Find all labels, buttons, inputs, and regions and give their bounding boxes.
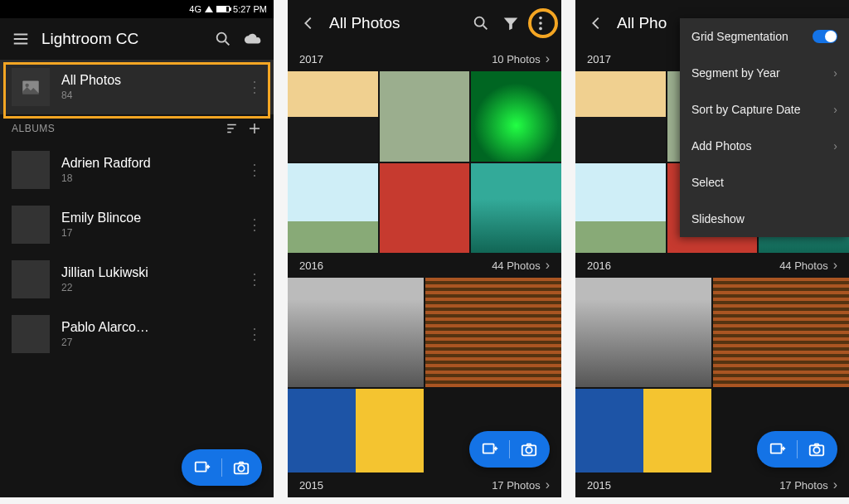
fab[interactable] xyxy=(182,449,262,486)
camera-icon[interactable] xyxy=(232,458,250,477)
add-photo-icon[interactable] xyxy=(769,440,787,458)
all-photos-row[interactable]: All Photos 84 ⋮ xyxy=(0,60,274,114)
menu-label: Slideshow xyxy=(691,212,837,225)
year-label: 2016 xyxy=(587,259,779,272)
fab[interactable] xyxy=(757,431,837,468)
chevron-right-icon: › xyxy=(833,258,837,273)
menu-sort-by-capture-date[interactable]: Sort by Capture Date › xyxy=(680,91,849,128)
signal-icon xyxy=(205,6,213,12)
year-label: 2015 xyxy=(587,479,779,492)
row-overflow-icon[interactable]: ⋮ xyxy=(247,325,262,343)
menu-label: Segment by Year xyxy=(691,66,833,80)
photo-thumb[interactable] xyxy=(288,278,424,386)
year-segment-header[interactable]: 2016 44 Photos › xyxy=(288,253,561,278)
photo-thumb[interactable] xyxy=(575,163,666,254)
year-segment-header[interactable]: 2015 17 Photos › xyxy=(575,472,849,497)
album-count: 27 xyxy=(61,337,235,348)
album-count: 17 xyxy=(61,227,235,239)
back-icon[interactable] xyxy=(587,14,605,32)
photo-thumb[interactable] xyxy=(713,278,849,386)
year-segment-header[interactable]: 2015 17 Photos › xyxy=(288,472,561,497)
album-row[interactable]: Emily Blincoe17 ⋮ xyxy=(0,197,274,252)
carrier-label: 4G xyxy=(189,4,201,14)
fab-divider xyxy=(797,440,798,458)
menu-label: Select xyxy=(691,176,837,189)
toggle-on-icon[interactable] xyxy=(813,30,837,43)
menu-label: Grid Segmentation xyxy=(691,30,813,43)
screen-gallery-menu: All Pho 2017 2016 44 Photos › 2015 17 Ph… xyxy=(575,0,849,497)
segment-count: 44 Photos xyxy=(492,259,541,272)
fab-divider xyxy=(221,458,222,477)
album-thumb xyxy=(12,260,50,298)
photo-thumb[interactable] xyxy=(288,71,378,162)
album-count: 18 xyxy=(61,172,235,184)
segment-count: 17 Photos xyxy=(492,479,541,492)
album-name: Jillian Lukiwski xyxy=(61,265,235,280)
menu-label: Add Photos xyxy=(691,139,833,153)
menu-label: Sort by Capture Date xyxy=(691,103,833,116)
camera-icon[interactable] xyxy=(520,440,538,458)
album-row[interactable]: Jillian Lukiwski22 ⋮ xyxy=(0,252,274,307)
photo-thumb[interactable] xyxy=(471,163,561,254)
photo-thumb[interactable] xyxy=(471,71,561,162)
cloud-icon[interactable] xyxy=(244,30,262,48)
year-segment-header[interactable]: 2016 44 Photos › xyxy=(575,253,849,278)
all-photos-thumb xyxy=(12,68,50,106)
gallery-title: All Photos xyxy=(329,14,460,32)
add-album-icon[interactable] xyxy=(247,121,262,136)
add-photo-icon[interactable] xyxy=(193,458,211,477)
camera-icon[interactable] xyxy=(808,440,826,458)
segment-count: 44 Photos xyxy=(779,259,828,272)
album-count: 22 xyxy=(61,282,235,293)
album-thumb xyxy=(12,151,50,189)
album-thumb xyxy=(12,206,50,244)
photo-thumb[interactable] xyxy=(380,71,470,162)
fab-divider xyxy=(509,440,510,458)
filter-icon[interactable] xyxy=(502,14,520,32)
svg-point-6 xyxy=(475,17,484,27)
row-overflow-icon[interactable]: ⋮ xyxy=(247,216,262,234)
app-bar: All Photos xyxy=(288,0,561,46)
menu-select[interactable]: Select xyxy=(680,164,849,201)
menu-slideshow[interactable]: Slideshow xyxy=(680,201,849,237)
svg-point-7 xyxy=(539,17,542,20)
overflow-icon[interactable] xyxy=(531,14,550,32)
svg-point-0 xyxy=(217,33,226,42)
row-overflow-icon[interactable]: ⋮ xyxy=(247,270,262,288)
menu-grid-segmentation[interactable]: Grid Segmentation xyxy=(680,18,849,55)
photo-thumb[interactable] xyxy=(288,163,378,254)
photo-thumb[interactable] xyxy=(380,163,470,254)
albums-header: ALBUMS xyxy=(0,114,274,143)
hamburger-icon[interactable] xyxy=(12,30,30,48)
chevron-right-icon: › xyxy=(833,103,837,116)
svg-point-2 xyxy=(26,84,29,87)
screen-gallery: All Photos 2017 10 Photos › 2016 44 Phot… xyxy=(288,0,561,497)
chevron-right-icon: › xyxy=(833,477,837,492)
album-row[interactable]: Pablo Alarco…27 ⋮ xyxy=(0,307,274,361)
clock-label: 5:27 PM xyxy=(233,4,267,14)
search-icon[interactable] xyxy=(214,30,232,48)
row-overflow-icon[interactable]: ⋮ xyxy=(247,78,262,96)
album-row[interactable]: Adrien Radford18 ⋮ xyxy=(0,143,274,197)
fab[interactable] xyxy=(469,431,550,468)
photo-thumb[interactable] xyxy=(575,278,711,386)
photo-thumb[interactable] xyxy=(425,278,561,386)
svg-rect-13 xyxy=(771,444,782,453)
album-name: Adrien Radford xyxy=(61,156,235,171)
menu-add-photos[interactable]: Add Photos › xyxy=(680,128,849,164)
segment-count: 17 Photos xyxy=(779,479,828,492)
row-overflow-icon[interactable]: ⋮ xyxy=(247,161,262,179)
battery-icon xyxy=(216,6,230,12)
photo-thumb[interactable] xyxy=(575,71,666,162)
svg-point-12 xyxy=(526,447,531,453)
chevron-right-icon: › xyxy=(546,51,550,66)
svg-point-8 xyxy=(539,22,542,25)
back-icon[interactable] xyxy=(299,14,318,32)
year-segment-header[interactable]: 2017 10 Photos › xyxy=(288,46,561,71)
photo-grid xyxy=(288,71,561,253)
menu-segment-by-year[interactable]: Segment by Year › xyxy=(680,55,849,91)
add-photo-icon[interactable] xyxy=(481,440,499,458)
year-label: 2017 xyxy=(299,53,492,65)
search-icon[interactable] xyxy=(472,14,490,32)
sort-icon[interactable] xyxy=(226,121,240,136)
